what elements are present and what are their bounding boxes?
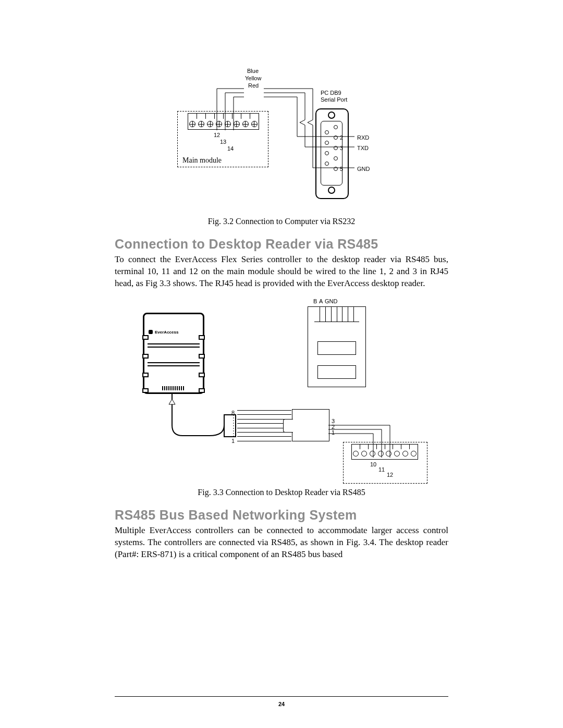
figure32-caption: Fig. 3.2 Connection to Computer via RS23… (115, 217, 448, 226)
heading-rs485-bus: RS485 Bus Based Networking System (115, 508, 448, 523)
figure32-wires (177, 68, 386, 214)
figure-3-3: B A GND EverAccess 8 1 3 2 1 (136, 297, 427, 485)
body-connection-rs485: To connect the EverAccess Flex Series co… (115, 254, 448, 290)
body-rs485-bus: Multiple EverAccess controllers can be c… (115, 525, 448, 561)
figure33-caption: Fig. 3.3 Connection to Desktop Reader vi… (115, 488, 448, 497)
figure-3-2: Blue Yellow Red PC DB9 Serial Port 12 13… (177, 68, 386, 214)
figure33-wires (136, 297, 427, 485)
page-number: 24 (0, 701, 563, 707)
heading-connection-rs485: Connection to Desktop Reader via RS485 (115, 237, 448, 252)
footer-rule (115, 696, 448, 697)
